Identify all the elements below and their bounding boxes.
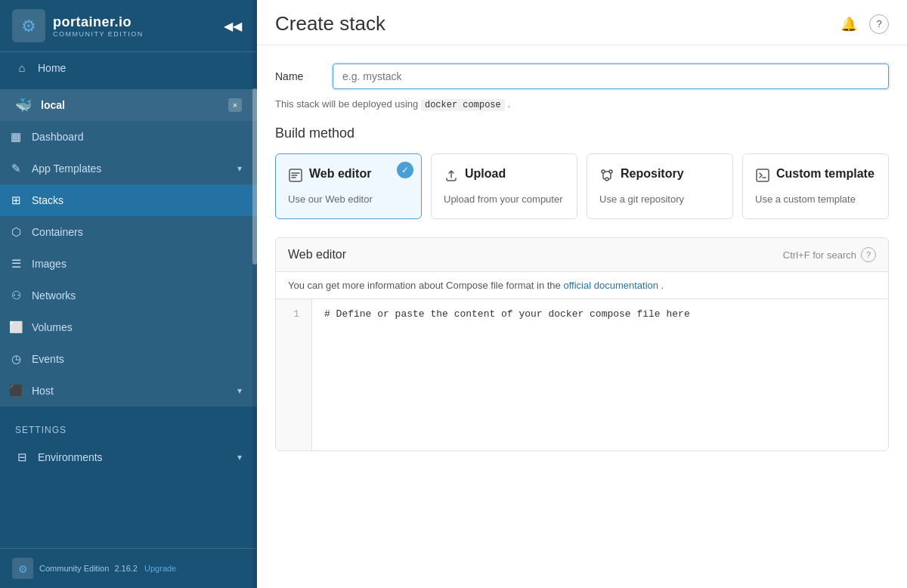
host-chevron: ▾ (237, 385, 242, 396)
stack-name-input[interactable] (333, 63, 889, 89)
sidebar-item-app-templates-label: App Templates (32, 162, 228, 175)
svg-point-6 (609, 170, 612, 173)
env-icon: 🐳 (15, 97, 32, 113)
sidebar-item-images-label: Images (32, 258, 242, 270)
svg-point-7 (605, 178, 608, 181)
sidebar-item-dashboard[interactable]: ▦ Dashboard (0, 121, 257, 153)
editor-code[interactable]: # Define or paste the content of your do… (312, 299, 888, 450)
editor-title: Web editor (288, 248, 346, 262)
env-close-button[interactable]: × (228, 98, 242, 112)
logo-edition: COMMUNITY EDITION (53, 30, 144, 38)
editor-shortcut-text: Ctrl+F for search (783, 249, 856, 261)
build-card-custom-template[interactable]: Custom template Use a custom template (742, 153, 889, 219)
containers-icon: ⬡ (9, 225, 23, 239)
footer-edition: Community Edition (39, 564, 109, 573)
main-header: Create stack 🔔 ? (257, 0, 907, 45)
deploy-tool: docker compose (421, 99, 505, 111)
portainer-logo: ⚙ (12, 9, 45, 42)
custom-template-card-title: Custom template (776, 166, 874, 182)
editor-info-text: You can get more information about Compo… (288, 280, 561, 291)
images-icon: ☰ (9, 257, 23, 271)
editor-help-icon: ? (866, 250, 871, 259)
build-card-web-editor[interactable]: Web editor Use our Web editor ✓ (275, 153, 422, 219)
collapse-sidebar-button[interactable]: ◀◀ (221, 16, 245, 36)
networks-icon: ⚇ (9, 289, 23, 302)
logo-area: ⚙ portainer.io COMMUNITY EDITION (12, 9, 144, 42)
sidebar-item-environments-label: Environments (38, 451, 228, 463)
bell-icon: 🔔 (840, 17, 857, 32)
help-button[interactable]: ? (869, 14, 889, 34)
main-content: Name This stack will be deployed using d… (257, 45, 907, 588)
help-icon: ? (876, 18, 881, 29)
notification-bell-button[interactable]: 🔔 (837, 13, 860, 36)
sidebar-item-containers[interactable]: ⬡ Containers (0, 216, 257, 248)
sidebar-item-home-label: Home (38, 62, 242, 74)
name-label: Name (275, 70, 320, 82)
sidebar-item-app-templates[interactable]: ✎ App Templates ▾ (0, 153, 257, 184)
sidebar: ⚙ portainer.io COMMUNITY EDITION ◀◀ ⌂ Ho… (0, 0, 257, 588)
editor-help-button[interactable]: ? (861, 247, 876, 262)
logo-name: portainer.io (53, 14, 144, 30)
sidebar-item-containers-label: Containers (32, 226, 242, 238)
app-templates-chevron: ▾ (237, 163, 242, 174)
sidebar-item-volumes[interactable]: ⬜ Volumes (0, 311, 257, 343)
sidebar-item-networks-label: Networks (32, 289, 242, 302)
upload-card-title: Upload (465, 166, 506, 182)
sidebar-item-dashboard-label: Dashboard (32, 131, 242, 143)
stacks-icon: ⊞ (9, 193, 23, 207)
sidebar-item-events[interactable]: ◷ Events (0, 343, 257, 375)
dashboard-icon: ▦ (9, 130, 23, 144)
sidebar-item-stacks-label: Stacks (32, 194, 242, 206)
custom-template-card-desc: Use a custom template (755, 193, 876, 206)
web-editor-selected-badge: ✓ (397, 162, 413, 178)
sidebar-item-events-label: Events (32, 353, 242, 365)
upload-icon (444, 168, 459, 187)
editor-header: Web editor Ctrl+F for search ? (276, 238, 888, 272)
upload-card-desc: Upload from your computer (444, 193, 565, 206)
sidebar-item-volumes-label: Volumes (32, 321, 242, 333)
editor-info-period: . (661, 280, 664, 291)
logo-text: portainer.io COMMUNITY EDITION (53, 14, 144, 38)
svg-text:⚙: ⚙ (18, 563, 28, 575)
scrollbar-thumb[interactable] (252, 88, 257, 265)
custom-template-icon (755, 168, 770, 187)
footer-logo-icon: ⚙ (12, 558, 33, 579)
editor-docs-link[interactable]: official documentation (563, 280, 658, 291)
app-templates-icon: ✎ (9, 162, 23, 175)
editor-section: Web editor Ctrl+F for search ? You can g… (275, 237, 889, 451)
repository-icon (599, 168, 614, 187)
web-editor-icon (288, 168, 303, 187)
sidebar-item-host-label: Host (32, 385, 228, 397)
sidebar-item-images[interactable]: ☰ Images (0, 248, 257, 280)
scrollbar-track (252, 0, 257, 588)
sidebar-item-networks[interactable]: ⚇ Networks (0, 280, 257, 311)
svg-text:⚙: ⚙ (21, 17, 36, 36)
environments-icon: ⊟ (15, 450, 29, 464)
settings-section-label: Settings (0, 413, 257, 441)
repository-card-title: Repository (621, 166, 684, 182)
sidebar-item-environments[interactable]: ⊟ Environments ▾ (0, 441, 257, 473)
footer-version: 2.16.2 (114, 564, 138, 573)
header-icons: 🔔 ? (837, 13, 889, 36)
svg-rect-8 (757, 169, 769, 181)
custom-template-card-header: Custom template (755, 166, 876, 187)
sidebar-footer: ⚙ Community Edition 2.16.2 Upgrade (0, 548, 257, 588)
env-section: 🐳 local × ▦ Dashboard ✎ App Templates ▾ … (0, 89, 257, 407)
sidebar-item-stacks[interactable]: ⊞ Stacks (0, 184, 257, 216)
sidebar-item-host[interactable]: ⬛ Host ▾ (0, 375, 257, 407)
svg-point-5 (602, 170, 605, 173)
volumes-icon: ⬜ (9, 320, 23, 334)
repository-card-desc: Use a git repository (599, 193, 720, 206)
web-editor-card-desc: Use our Web editor (288, 193, 409, 206)
upload-card-header: Upload (444, 166, 565, 187)
build-card-repository[interactable]: Repository Use a git repository (587, 153, 733, 219)
build-card-upload[interactable]: Upload Upload from your computer (431, 153, 577, 219)
deploy-note: This stack will be deployed using docker… (275, 98, 889, 110)
footer-upgrade-link[interactable]: Upgrade (144, 564, 176, 573)
sidebar-item-home[interactable]: ⌂ Home (0, 52, 257, 83)
editor-line-numbers: 1 (276, 299, 312, 450)
events-icon: ◷ (9, 352, 23, 366)
line-number-1: 1 (288, 308, 299, 320)
sidebar-header: ⚙ portainer.io COMMUNITY EDITION ◀◀ (0, 0, 257, 52)
footer-text: Community Edition 2.16.2 Upgrade (39, 564, 176, 573)
